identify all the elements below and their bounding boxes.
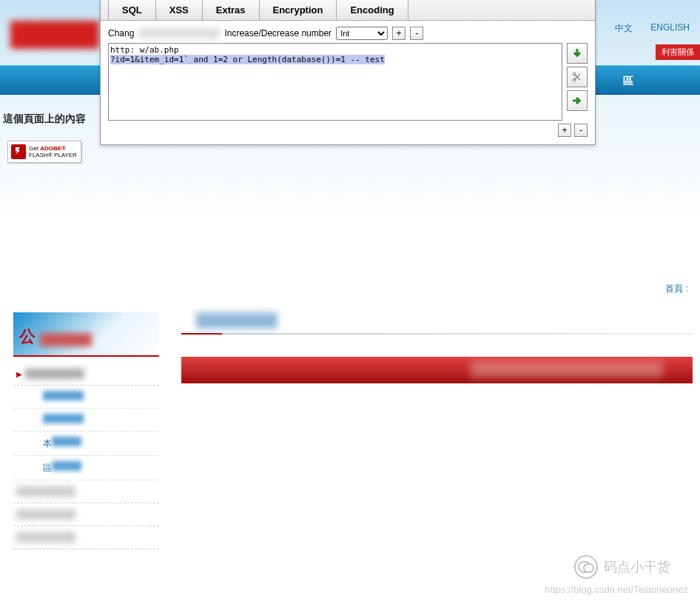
sidebar-header: 公 [13, 312, 159, 357]
sidebar-item[interactable] [13, 503, 159, 526]
flash-icon [11, 144, 26, 159]
lang-en-link[interactable]: ENGLISH [650, 22, 690, 35]
arrow-right-icon [571, 95, 583, 107]
sidebar-item[interactable]: ▶ [13, 363, 159, 386]
tab-xss[interactable]: XSS [156, 0, 203, 20]
remove-button[interactable]: - [574, 124, 588, 137]
change-label: Chang [108, 28, 134, 38]
tab-sql[interactable]: SQL [108, 0, 156, 20]
wechat-watermark: 码点小干货 [574, 555, 670, 579]
increase-button[interactable]: + [392, 27, 405, 40]
sidebar-header-blurred [40, 333, 92, 346]
page-subtext: 這個頁面上的內容 [3, 113, 86, 126]
incdec-label: Increase/Decrease number [224, 28, 332, 38]
add-button[interactable]: + [558, 124, 571, 137]
tab-extras[interactable]: Extras [203, 0, 260, 20]
split-url-button[interactable] [567, 67, 588, 87]
sidebar-item-blurred [25, 369, 84, 379]
arrow-icon: ▶ [16, 370, 22, 378]
flash-text: Get ADOBE®FLASH® PLAYER [29, 145, 77, 158]
sidebar-item[interactable] [13, 480, 159, 503]
bottom-buttons: + - [101, 121, 595, 137]
decrease-button[interactable]: - [410, 27, 423, 40]
language-switcher: 中文 ENGLISH [615, 22, 690, 35]
load-url-button[interactable] [567, 43, 588, 64]
sidebar-subitem[interactable]: 區 [13, 456, 159, 480]
sidebar-subitem[interactable] [13, 409, 159, 432]
execute-button[interactable] [567, 90, 588, 111]
sidebar: 公 ▶ 本 區 [0, 303, 166, 601]
side-buttons [567, 43, 588, 121]
tab-encryption[interactable]: Encryption [260, 0, 337, 20]
sidebar-item[interactable] [13, 526, 159, 549]
sidebar-subitem[interactable] [13, 386, 159, 409]
hackbar-panel: SQL XSS Extras Encryption Encoding Chang… [100, 0, 596, 145]
tab-encoding[interactable]: Encoding [337, 0, 408, 20]
number-type-select[interactable]: Int [336, 27, 388, 40]
nav-label: 區 [623, 75, 633, 88]
tab-bar: SQL XSS Extras Encryption Encoding [101, 0, 595, 21]
blurred-control [138, 28, 220, 38]
url-watermark: https://blog.csdn.net/Testoneonez [545, 584, 688, 595]
arrow-down-icon [571, 47, 583, 59]
control-row: Chang Increase/Decrease number Int + - [101, 21, 595, 43]
watermark-text: 码点小干货 [604, 558, 670, 576]
main-title-blurred [196, 312, 277, 329]
title-underline [181, 333, 693, 335]
flash-player-badge[interactable]: Get ADOBE®FLASH® PLAYER [7, 141, 81, 163]
sidebar-header-char: 公 [19, 326, 36, 348]
url-textarea[interactable]: http: w/ab.php?id=1&item_id=1` and 1=2 o… [108, 43, 562, 121]
lang-zh-link[interactable]: 中文 [615, 22, 633, 35]
redbar-blurred [471, 361, 663, 377]
scissors-icon [571, 71, 583, 83]
site-logo-blurred [10, 21, 99, 49]
red-badge[interactable]: 利害關係 [656, 44, 700, 60]
breadcrumb[interactable]: 首頁 : [665, 283, 688, 295]
content-red-bar [181, 357, 693, 383]
panel-body: http: w/ab.php?id=1&item_id=1` and 1=2 o… [101, 43, 595, 121]
wechat-icon [574, 555, 598, 579]
sidebar-subitem[interactable]: 本 [13, 432, 159, 456]
